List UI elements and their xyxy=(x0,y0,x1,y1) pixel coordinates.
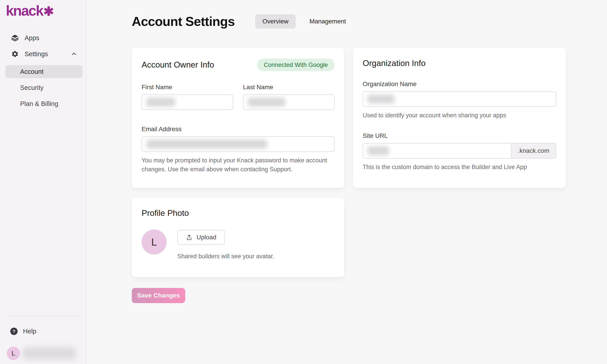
app-root: knack✱ Apps Setting xyxy=(0,0,607,364)
organization-card: Organization Info Organization Name Used… xyxy=(353,48,566,188)
last-name-input[interactable] xyxy=(243,94,334,110)
profile-photo-card: Profile Photo L Upload xyxy=(132,198,344,277)
avatar-help-text: Shared builders will see your avatar. xyxy=(177,252,274,261)
user-avatar: L xyxy=(7,347,20,360)
sidebar-item-settings[interactable]: Settings xyxy=(0,46,86,62)
page-title: Account Settings xyxy=(132,14,235,29)
save-changes-button[interactable]: Save Changes xyxy=(132,288,185,303)
profile-avatar: L xyxy=(142,230,166,255)
site-url-field: Site URL .knack.com This is the custom d… xyxy=(363,132,556,171)
profile-right: Upload Shared builders will see your ava… xyxy=(177,230,274,261)
site-url-input[interactable]: .knack.com xyxy=(363,143,556,159)
email-field: Email Address You may be prompted to inp… xyxy=(142,126,334,174)
tab-management[interactable]: Management xyxy=(308,14,348,28)
right-column: Organization Info Organization Name Used… xyxy=(353,48,566,188)
org-name-label: Organization Name xyxy=(363,80,556,88)
logo-text: knack xyxy=(6,3,43,19)
upload-button[interactable]: Upload xyxy=(177,230,225,245)
upload-icon xyxy=(186,234,193,241)
name-fields-row: First Name Last Name xyxy=(142,84,334,110)
sidebar-nav: Apps Settings Account Security Plan & Bi… xyxy=(0,30,86,316)
sidebar-item-security[interactable]: Security xyxy=(5,81,83,94)
email-label: Email Address xyxy=(142,126,334,133)
sidebar: knack✱ Apps Setting xyxy=(0,0,87,364)
card-title-profile: Profile Photo xyxy=(142,208,334,218)
help-icon: ? xyxy=(10,328,18,335)
first-name-input[interactable] xyxy=(142,94,233,110)
user-menu[interactable]: L xyxy=(0,347,86,360)
content-grid: Account Owner Info Connected With Google… xyxy=(132,48,607,303)
left-column: Account Owner Info Connected With Google… xyxy=(132,48,344,303)
first-name-field: First Name xyxy=(142,84,233,110)
email-input[interactable] xyxy=(142,136,334,152)
last-name-label: Last Name xyxy=(243,84,334,91)
sidebar-item-plan-billing[interactable]: Plan & Billing xyxy=(5,97,83,110)
sidebar-item-label: Settings xyxy=(25,51,48,58)
help-button[interactable]: ? Help xyxy=(0,328,86,335)
gear-icon xyxy=(11,50,19,58)
first-name-redacted xyxy=(147,98,175,107)
site-url-label: Site URL xyxy=(363,132,556,139)
sidebar-item-label: Apps xyxy=(25,34,39,42)
sidebar-footer: ? Help L xyxy=(0,316,86,364)
account-owner-card: Account Owner Info Connected With Google… xyxy=(132,48,344,188)
tab-overview[interactable]: Overview xyxy=(255,14,296,28)
upload-button-label: Upload xyxy=(196,234,216,241)
last-name-field: Last Name xyxy=(243,84,334,110)
org-name-redacted xyxy=(368,95,394,104)
settings-submenu: Account Security Plan & Billing xyxy=(0,65,86,110)
sidebar-item-apps[interactable]: Apps xyxy=(0,30,86,46)
help-label: Help xyxy=(23,328,36,335)
user-name-redacted xyxy=(23,347,76,359)
card-title-organization: Organization Info xyxy=(363,59,556,68)
logo-asterisk-icon: ✱ xyxy=(43,4,54,18)
sidebar-item-account[interactable]: Account xyxy=(5,65,83,78)
chevron-up-icon xyxy=(70,51,77,57)
main-content: Account Settings Overview Management Acc… xyxy=(87,0,607,364)
site-url-redacted xyxy=(368,146,389,155)
page-header: Account Settings Overview Management xyxy=(132,14,607,29)
profile-row: L Upload Shared builders will see xyxy=(142,230,334,261)
sidebar-divider xyxy=(6,316,80,316)
org-name-help-text: Used to identify your account when shari… xyxy=(363,111,556,120)
layers-icon xyxy=(11,34,19,42)
site-url-suffix: .knack.com xyxy=(511,143,556,158)
owner-card-header: Account Owner Info Connected With Google xyxy=(142,59,334,71)
email-redacted xyxy=(147,140,267,149)
google-connected-badge: Connected With Google xyxy=(257,59,334,71)
last-name-redacted xyxy=(248,98,285,107)
site-url-help-text: This is the custom domain to access the … xyxy=(363,163,556,171)
org-name-input[interactable] xyxy=(363,91,556,107)
knack-logo[interactable]: knack✱ xyxy=(0,0,86,18)
first-name-label: First Name xyxy=(142,84,233,91)
tab-group: Overview Management xyxy=(255,14,348,28)
org-name-field: Organization Name Used to identify your … xyxy=(363,80,556,120)
card-title-owner: Account Owner Info xyxy=(142,60,214,70)
email-help-text: You may be prompted to input your Knack … xyxy=(142,156,334,174)
